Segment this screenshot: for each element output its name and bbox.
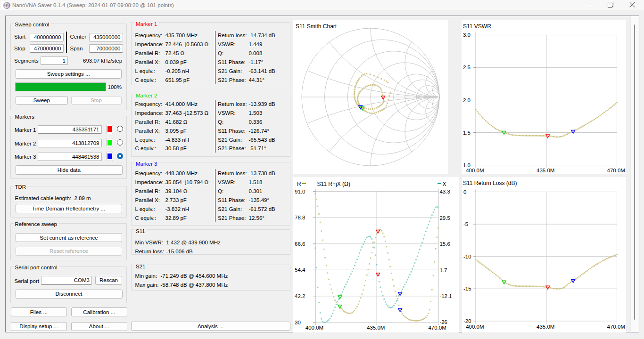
svg-text:400.0M: 400.0M — [466, 168, 484, 173]
svg-text:-15: -15 — [463, 286, 471, 291]
svg-text:42.2: 42.2 — [295, 293, 305, 299]
svg-text:91.0: 91.0 — [295, 189, 305, 194]
svg-text:470.0M: 470.0M — [428, 325, 446, 331]
svg-text:29.5: 29.5 — [439, 215, 450, 221]
svg-text:435.0M: 435.0M — [367, 325, 385, 331]
svg-text:-20: -20 — [463, 318, 471, 324]
svg-text:400.0M: 400.0M — [305, 325, 323, 331]
svg-text:435.0M: 435.0M — [537, 324, 554, 330]
svg-text:54.4: 54.4 — [295, 267, 305, 273]
svg-text:1.7: 1.7 — [439, 267, 447, 273]
svg-text:30: 30 — [295, 320, 301, 325]
svg-text:1.0: 1.0 — [463, 162, 471, 168]
svg-text:435.0M: 435.0M — [537, 168, 554, 173]
svg-text:-10: -10 — [463, 254, 471, 259]
svg-text:1.5: 1.5 — [463, 130, 471, 136]
svg-text:78.8: 78.8 — [295, 215, 305, 220]
svg-text:-5: -5 — [463, 221, 468, 227]
svg-text:470.0M: 470.0M — [607, 324, 625, 330]
svg-text:15.6: 15.6 — [439, 241, 450, 247]
svg-text:0: 0 — [463, 189, 466, 195]
svg-text:66.6: 66.6 — [295, 241, 305, 247]
svg-text:-26: -26 — [439, 319, 447, 325]
svg-text:2.0: 2.0 — [463, 97, 471, 103]
svg-text:400.0M: 400.0M — [466, 324, 484, 330]
svg-text:2.5: 2.5 — [463, 65, 471, 70]
svg-text:3.0: 3.0 — [463, 32, 471, 38]
svg-text:-12.1: -12.1 — [439, 293, 452, 299]
svg-text:43.3: 43.3 — [439, 189, 450, 194]
svg-text:470.0M: 470.0M — [607, 168, 625, 173]
